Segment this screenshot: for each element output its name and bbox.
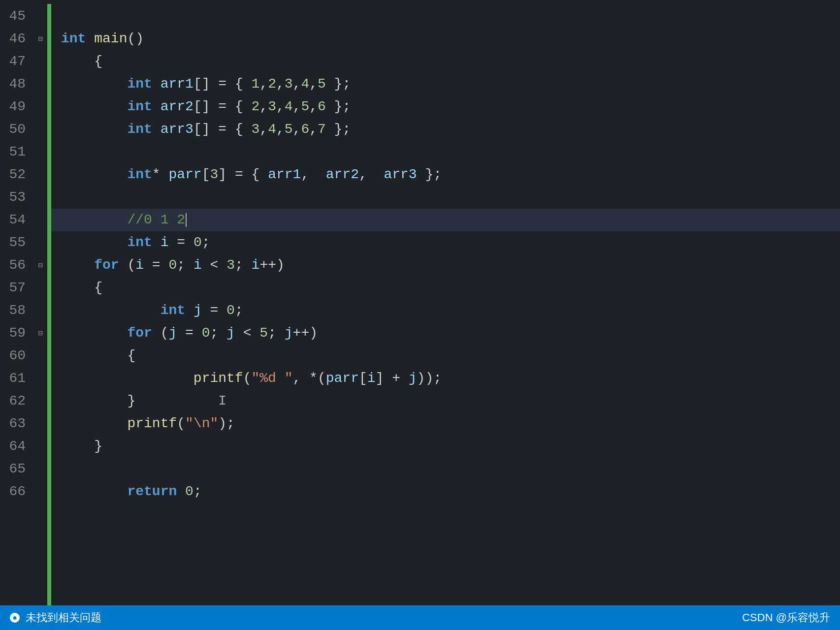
line-num-45: 45: [0, 5, 26, 28]
num-5-59: 5: [259, 322, 268, 345]
token-paren-46: (): [127, 28, 144, 50]
plain-59e: ;: [268, 322, 285, 345]
str-63: "\n": [185, 412, 218, 435]
fold-47: [33, 50, 47, 73]
num-0-66: 0: [185, 480, 194, 503]
code-line-57: {: [61, 277, 840, 299]
fold-62: [33, 390, 47, 412]
author-label: CSDN @乐容悦升: [742, 611, 830, 624]
kw-for-59: for: [127, 322, 152, 345]
indent-57: {: [61, 277, 102, 299]
num-0-56: 0: [168, 254, 177, 277]
code-line-49: int arr2 [] = { 2 , 3 , 4 , 5 , 6 };: [61, 95, 840, 118]
code-line-56: for ( i = 0 ; i < 3 ; i ++): [61, 254, 840, 277]
line-num-51: 51: [0, 141, 26, 163]
code-content[interactable]: int main () { int arr1 [] = { 1 , 2: [51, 4, 840, 605]
plain-55a: =: [168, 231, 193, 254]
plain-48b: };: [326, 73, 351, 95]
sp-48: [152, 73, 161, 95]
plain-50b: };: [326, 118, 351, 141]
line-num-46: 46: [0, 28, 26, 50]
fold-59[interactable]: ⊟: [33, 322, 47, 345]
code-line-52: int * parr [ 3 ] = { arr1 , arr2 , arr3 …: [61, 163, 840, 186]
green-bar: [47, 4, 51, 605]
plain-56d: <: [202, 254, 226, 277]
num-0-55: 0: [194, 231, 202, 254]
code-line-50: int arr3 [] = { 3 , 4 , 5 , 6 , 7 };: [61, 118, 840, 141]
var-parr: parr: [168, 163, 201, 186]
sp-50: [152, 118, 161, 141]
plain-56f: ++): [259, 254, 284, 277]
plain-55b: ;: [202, 231, 210, 254]
comma-49c: ,: [293, 95, 301, 118]
num-1: 1: [252, 73, 260, 95]
comma-48b: ,: [276, 73, 285, 95]
num-2-49: 2: [252, 95, 260, 118]
fold-49: [33, 95, 47, 118]
indent-55: [61, 231, 127, 254]
fold-61: [33, 367, 47, 390]
line-num-50: 50: [0, 118, 26, 141]
num-4-49: 4: [285, 95, 293, 118]
num-0-58: 0: [226, 299, 235, 322]
num-3: 3: [285, 73, 293, 95]
line-num-48: 48: [0, 73, 26, 95]
line-numbers: 45 46 47 48 49 50 51 52 53 54 55 56 57 5…: [0, 4, 33, 605]
indent-66: [61, 480, 127, 503]
indent-62: }: [61, 390, 218, 412]
plain-59c: ;: [210, 322, 227, 345]
num-5: 5: [318, 73, 326, 95]
var-j-61: j: [409, 367, 417, 390]
comma-48a: ,: [259, 73, 268, 95]
code-line-63: printf ( "\n" );: [61, 412, 840, 435]
status-bar: ● 未找到相关问题 CSDN @乐容悦升: [0, 605, 840, 630]
plain-52a: *: [152, 163, 169, 186]
kw-int-49: int: [127, 95, 152, 118]
fold-64: [33, 435, 47, 458]
code-line-51: [61, 141, 840, 163]
num-7-50: 7: [318, 118, 326, 141]
line-num-63: 63: [0, 412, 26, 435]
fold-46[interactable]: ⊟: [33, 28, 47, 50]
fold-65: [33, 458, 47, 480]
comment-54: //0 1 2: [127, 209, 185, 231]
code-line-45: [61, 5, 840, 28]
line-num-61: 61: [0, 367, 26, 390]
code-line-62: } I: [61, 390, 840, 412]
num-6-50: 6: [301, 118, 309, 141]
editor-container: 45 46 47 48 49 50 51 52 53 54 55 56 57 5…: [0, 0, 840, 630]
comma-48c: ,: [293, 73, 301, 95]
var-j-59: j: [168, 322, 177, 345]
num-3-56: 3: [226, 254, 235, 277]
kw-int-52: int: [127, 163, 152, 186]
line-num-58: 58: [0, 299, 26, 322]
num-0-59: 0: [202, 322, 210, 345]
fold-57: [33, 277, 47, 299]
fold-45: [33, 5, 47, 28]
kw-int-58: int: [161, 299, 185, 322]
indent-59: [61, 322, 127, 345]
sp-49: [152, 95, 161, 118]
plain-52c: ] = {: [218, 163, 268, 186]
fold-gutter: ⊟ ⊟ ⊟: [33, 4, 47, 605]
plain-49a: [] = {: [194, 95, 252, 118]
cursor-62: I: [218, 390, 226, 412]
plain-59b: =: [177, 322, 201, 345]
cursor-54: [186, 213, 187, 227]
comma-49a: ,: [259, 95, 268, 118]
kw-int-48: int: [127, 73, 152, 95]
var-j3-59: j: [285, 322, 293, 345]
line-num-60: 60: [0, 345, 26, 367]
sp-58: [185, 299, 194, 322]
plain-56c: ;: [177, 254, 194, 277]
comma-50a: ,: [259, 118, 268, 141]
num-3-50: 3: [252, 118, 260, 141]
plain-61e: ));: [417, 367, 442, 390]
indent-54: [61, 209, 127, 231]
token-int-46: int: [61, 28, 86, 50]
fold-56[interactable]: ⊟: [33, 254, 47, 277]
plain-49b: };: [326, 95, 351, 118]
num-5-49: 5: [301, 95, 309, 118]
num-3-49: 3: [268, 95, 276, 118]
code-line-54: //0 1 2: [51, 209, 840, 231]
